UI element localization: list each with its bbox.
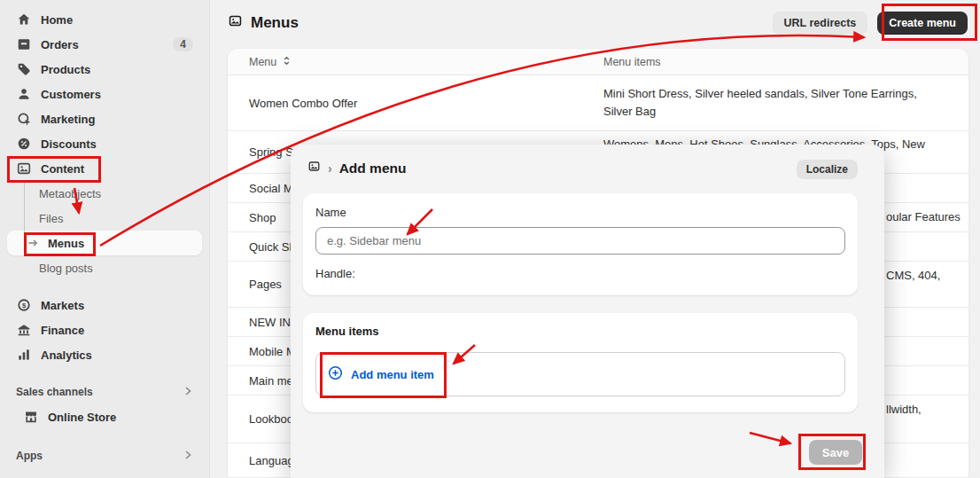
menu-items-cell: Mini Short Dress, Silver heeled sandals,… bbox=[603, 75, 968, 130]
page-header: Menus URL redirects Create menu bbox=[210, 0, 980, 49]
sidebar-item-metaobjects[interactable]: Metaobjects bbox=[7, 181, 202, 206]
content-image-icon bbox=[228, 13, 243, 33]
menu-name-cell[interactable]: Women Combo Offer bbox=[228, 75, 603, 130]
annotation-box-create-menu bbox=[882, 4, 977, 41]
annotation-box-save bbox=[798, 434, 866, 470]
sidebar-item-label: Discounts bbox=[41, 137, 97, 151]
sidebar-item-label: Markets bbox=[41, 299, 84, 312]
menu-name-input[interactable] bbox=[315, 227, 845, 255]
menu-items-fragment: llwidth, bbox=[886, 403, 922, 416]
sidebar-item-label: Home bbox=[41, 13, 73, 27]
sidebar-item-discounts[interactable]: Discounts bbox=[7, 131, 202, 156]
sidebar-item-label: Metaobjects bbox=[39, 187, 101, 200]
sidebar-item-files[interactable]: Files bbox=[7, 206, 202, 231]
menu-items-fragment: CMS, 404, bbox=[886, 269, 940, 282]
sidebar-item-label: Finance bbox=[41, 324, 84, 337]
menu-items-label: Menu items bbox=[315, 325, 379, 338]
sidebar-item-products[interactable]: Products bbox=[7, 57, 202, 82]
sidebar-item-label: Marketing bbox=[41, 113, 95, 126]
add-menu-modal: › Add menu Localize Name Handle: Menu it… bbox=[291, 145, 884, 478]
url-redirects-button[interactable]: URL redirects bbox=[773, 12, 868, 35]
sidebar-item-label: Products bbox=[41, 63, 90, 76]
sidebar-item-label: Files bbox=[39, 212, 63, 225]
sidebar-section-apps[interactable]: Apps bbox=[7, 443, 202, 468]
storefront-icon bbox=[23, 409, 39, 425]
discount-badge-icon bbox=[16, 136, 32, 152]
home-icon bbox=[16, 12, 32, 27]
column-header-menu[interactable]: Menu bbox=[228, 55, 292, 69]
handle-label: Handle: bbox=[315, 267, 355, 280]
breadcrumb-chevron: › bbox=[328, 161, 332, 176]
sidebar-item-label: Orders bbox=[41, 38, 79, 51]
table-header-row: Menu Menu items bbox=[228, 49, 968, 75]
annotation-box-content bbox=[7, 156, 101, 183]
sidebar-item-customers[interactable]: Customers bbox=[7, 82, 202, 106]
name-label: Name bbox=[315, 206, 346, 219]
sidebar-item-home[interactable]: Home bbox=[7, 7, 202, 32]
sidebar-item-label: Customers bbox=[41, 88, 101, 101]
section-label: Sales channels bbox=[16, 386, 93, 398]
svg-text:$: $ bbox=[22, 302, 27, 310]
annotation-box-menus bbox=[24, 232, 96, 256]
orders-count-badge: 4 bbox=[173, 37, 193, 51]
localize-button[interactable]: Localize bbox=[797, 160, 858, 179]
sidebar-item-finance[interactable]: Finance bbox=[7, 317, 202, 342]
marketing-icon bbox=[16, 111, 32, 127]
section-label: Apps bbox=[16, 450, 43, 462]
person-icon bbox=[16, 86, 32, 102]
name-card: Name Handle: bbox=[303, 193, 858, 295]
chevron-right-icon bbox=[183, 386, 193, 399]
orders-icon bbox=[16, 36, 32, 52]
sidebar-section-sales-channels[interactable]: Sales channels bbox=[7, 380, 202, 404]
sidebar-item-markets[interactable]: $ Markets bbox=[7, 293, 202, 317]
sidebar-item-orders[interactable]: Orders 4 bbox=[7, 32, 202, 57]
markets-icon: $ bbox=[16, 297, 32, 313]
bank-icon bbox=[16, 322, 32, 338]
sidebar-item-label: Online Store bbox=[48, 411, 116, 424]
page-title-text: Menus bbox=[251, 14, 299, 32]
sidebar-item-marketing[interactable]: Marketing bbox=[7, 106, 202, 131]
table-row[interactable]: Women Combo Offer Mini Short Dress, Silv… bbox=[228, 75, 968, 131]
modal-title: Add menu bbox=[339, 161, 407, 176]
content-image-icon bbox=[307, 160, 321, 176]
sidebar-item-online-store[interactable]: Online Store bbox=[7, 404, 202, 429]
sidebar-item-label: Blog posts bbox=[39, 262, 93, 275]
modal-header: › Add menu bbox=[307, 160, 406, 176]
page-title: Menus bbox=[228, 13, 299, 33]
sidebar-item-label: Analytics bbox=[41, 349, 92, 362]
sidebar-item-blog-posts[interactable]: Blog posts bbox=[7, 255, 202, 280]
shopify-admin-menus-screen: Home Orders 4 Products Customers Marketi… bbox=[0, 0, 980, 478]
chevron-right-icon bbox=[183, 450, 193, 463]
annotation-box-add-menu-item bbox=[320, 352, 447, 398]
tag-icon bbox=[16, 61, 32, 77]
sort-icon[interactable] bbox=[281, 55, 292, 69]
menu-items-fragment: oular Features bbox=[886, 210, 961, 223]
bar-chart-icon bbox=[16, 347, 32, 363]
sidebar-item-analytics[interactable]: Analytics bbox=[7, 342, 202, 367]
column-header-menu-items: Menu items bbox=[603, 56, 661, 68]
